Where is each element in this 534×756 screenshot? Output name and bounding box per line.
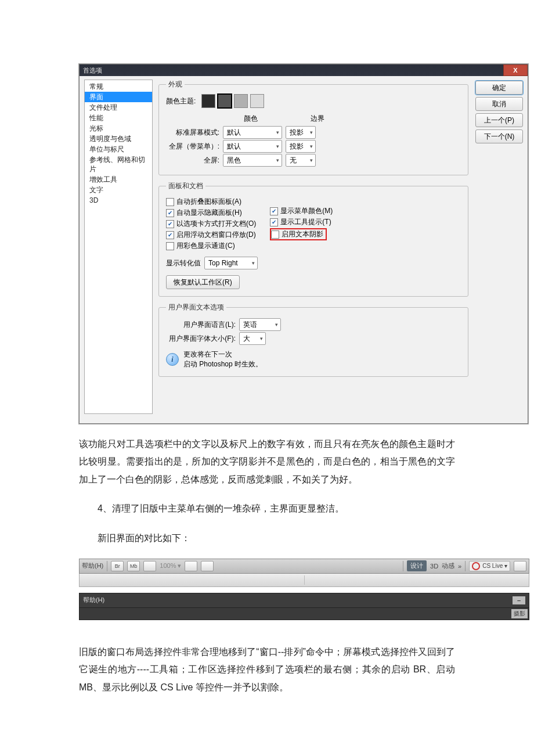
next-button[interactable]: 下一个(N) [475, 129, 523, 143]
separator [465, 561, 466, 571]
dialog-action-buttons: 确定 取消 上一个(P) 下一个(N) [475, 80, 523, 416]
screen-color-select[interactable]: 黑色▾ [223, 154, 282, 167]
screen-mode-label: 全屏（带菜单）: [166, 142, 219, 152]
info-icon: i [166, 353, 179, 366]
mb-icon[interactable]: Mb [127, 561, 140, 571]
ui-language-label: 用户界面语言(L): [166, 320, 236, 330]
toolbar-comparison: 帮助(H) Br Mb 100% ▾ 设计 3D 动感 » CS Live ▾ [79, 559, 529, 620]
help-menu[interactable]: 帮助(H) [83, 596, 104, 604]
zoom-select[interactable]: 100% ▾ [160, 562, 181, 570]
preferences-content: 外观 颜色主题: 颜色 边界 [157, 80, 471, 416]
sidebar-item[interactable]: 参考线、网格和切片 [85, 154, 152, 174]
checkbox[interactable] [166, 198, 174, 206]
dialog-title: 首选项 [83, 66, 102, 75]
checkbox[interactable] [166, 242, 174, 250]
show-transform-select[interactable]: Top Right▾ [204, 257, 258, 269]
sidebar-item[interactable]: 光标 [85, 123, 152, 134]
screen-border-select[interactable]: 投影▾ [286, 140, 316, 153]
group-legend: 面板和文档 [166, 181, 205, 191]
group-appearance: 外观 颜色主题: 颜色 边界 [158, 80, 468, 175]
ui-font-size-label: 用户界面字体大小(F): [166, 334, 236, 344]
screen-border-select[interactable]: 无▾ [286, 154, 316, 167]
checkbox-label: 显示工具提示(T) [280, 217, 331, 227]
sidebar-item[interactable]: 透明度与色域 [85, 134, 152, 144]
new-toolbar: 帮助(H) – [79, 593, 529, 608]
chevron-down-icon: ▾ [275, 322, 278, 327]
more-icon[interactable]: » [458, 563, 461, 570]
ui-language-select[interactable]: 英语▾ [239, 318, 281, 331]
category-sidebar: 常规 界面 文件处理 性能 光标 透明度与色域 单位与标尺 参考线、网格和切片 … [84, 80, 153, 414]
chevron-down-icon: ▾ [260, 336, 263, 341]
close-icon: X [513, 67, 517, 74]
checkbox-label: 自动折叠图标面板(A) [176, 197, 241, 207]
cs-live-button[interactable]: CS Live ▾ [469, 561, 510, 571]
checkbox[interactable]: ✔ [270, 207, 278, 215]
restore-workspace-button[interactable]: 恢复默认工作区(R) [166, 275, 240, 289]
sidebar-item[interactable]: 性能 [85, 113, 152, 123]
checkbox[interactable]: ✔ [166, 220, 174, 228]
swatch[interactable] [234, 94, 248, 108]
sidebar-item[interactable]: 3D [85, 195, 152, 206]
sidebar-item[interactable]: 单位与标尺 [85, 144, 152, 154]
checkbox-label: 自动显示隐藏面板(H) [176, 208, 242, 218]
checkbox-label: 以选项卡方式打开文档(O) [176, 219, 256, 229]
ok-button[interactable]: 确定 [475, 81, 523, 95]
checkbox-label: 启用文本阴影 [282, 229, 323, 239]
collapse-icon[interactable] [514, 561, 526, 571]
chevron-down-icon: ▾ [276, 157, 279, 163]
checkbox-label: 显示菜单颜色(M) [280, 206, 333, 216]
cancel-button[interactable]: 取消 [475, 97, 523, 111]
workspace-tab[interactable]: 设计 [407, 560, 427, 571]
preferences-dialog: 首选项 X 常规 界面 文件处理 性能 光标 透明度与色域 单位与标尺 参考线、… [79, 64, 528, 424]
paragraph: 旧版的窗口布局选择控件非常合理地移到了“窗口--排列”命令中；屏幕模式选择控件又… [79, 643, 455, 696]
highlighted-option: 启用文本阴影 [270, 228, 327, 240]
old-toolbar: 帮助(H) Br Mb 100% ▾ 设计 3D 动感 » CS Live ▾ [79, 559, 529, 574]
minimize-icon[interactable]: – [513, 596, 525, 604]
chevron-down-icon: ▾ [310, 143, 313, 149]
chevron-down-icon: ▾ [252, 260, 255, 266]
checkbox[interactable] [271, 231, 279, 239]
screen-mode-icon[interactable] [201, 561, 214, 571]
separator [107, 561, 107, 571]
col-header-color: 颜色 [222, 114, 280, 124]
br-icon[interactable]: Br [111, 561, 124, 571]
screen-mode-label: 全屏: [166, 156, 219, 165]
col-header-border: 边界 [303, 114, 332, 124]
sidebar-item[interactable]: 增效工具 [85, 174, 152, 185]
layout-icon[interactable] [143, 561, 156, 571]
group-ui-text: 用户界面文本选项 用户界面语言(L): 英语▾ 用户界面字体大小(F): 大▾ … [158, 303, 468, 377]
group-legend: 用户界面文本选项 [166, 303, 226, 312]
workspace-pill[interactable]: 摄影 [511, 609, 528, 618]
sidebar-item[interactable]: 常规 [85, 81, 152, 92]
color-theme-label: 颜色主题: [166, 96, 196, 106]
swatch[interactable] [201, 94, 215, 108]
workspace-tab[interactable]: 3D [430, 563, 438, 570]
screen-color-select[interactable]: 默认▾ [223, 140, 282, 153]
color-theme-swatches [201, 94, 264, 108]
chevron-down-icon: ▾ [310, 157, 313, 163]
sidebar-item[interactable]: 文件处理 [85, 102, 152, 113]
help-menu[interactable]: 帮助(H) [82, 561, 103, 570]
restart-note: 更改将在下一次 启动 Photoshop 时生效。 [183, 350, 262, 369]
swatch[interactable] [218, 94, 232, 108]
screen-border-select[interactable]: 投影▾ [286, 126, 316, 139]
ui-font-size-select[interactable]: 大▾ [239, 332, 266, 345]
chevron-down-icon: ▾ [276, 143, 279, 149]
sidebar-item[interactable]: 文字 [85, 185, 152, 195]
screen-color-select[interactable]: 默认▾ [223, 126, 282, 139]
checkbox[interactable]: ✔ [270, 218, 278, 226]
swatch[interactable] [250, 94, 264, 108]
workspace-tab[interactable]: 动感 [442, 561, 454, 570]
close-button[interactable]: X [503, 64, 528, 76]
chevron-down-icon: ▾ [276, 129, 279, 135]
dialog-titlebar: 首选项 X [80, 64, 528, 76]
checkbox[interactable]: ✔ [166, 209, 174, 217]
screen-mode-label: 标准屏幕模式: [166, 128, 219, 138]
grid-icon[interactable] [185, 561, 197, 571]
new-toolbar-sub: 摄影 [79, 608, 529, 620]
sidebar-item[interactable]: 界面 [85, 92, 152, 102]
prev-button[interactable]: 上一个(P) [475, 113, 523, 127]
chevron-down-icon: ▾ [310, 129, 313, 135]
checkbox[interactable]: ✔ [166, 231, 174, 239]
paragraph: 该功能只对工具选项栏中的文字以及标尺上的数字有效，而且只有在亮灰色的颜色主题时才… [79, 435, 455, 547]
